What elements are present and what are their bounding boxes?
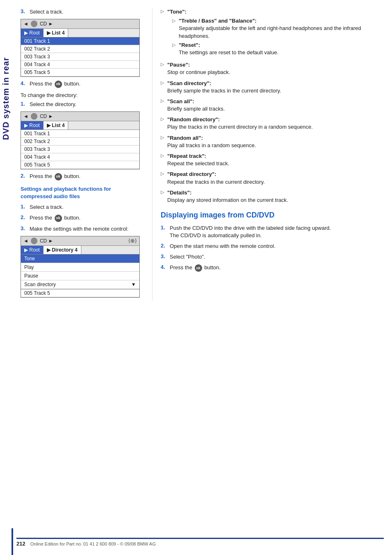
step-1-change-dir: 1. Select the directory.	[21, 101, 144, 108]
change-dir-heading: To change the directory:	[21, 92, 144, 98]
footer-text: Online Edition for Part no. 01 41 2 600 …	[30, 541, 156, 546]
step-num-1c: 1.	[21, 204, 28, 210]
ui-nav-bar-1: ▶ Root ▶ List 4	[21, 29, 139, 37]
ui-box-3-header: ◄ CD ► ⟨⊕⟩	[21, 236, 139, 246]
display-step-1: 1. Push the CD/DVD into the drive with t…	[161, 224, 384, 239]
repeat-track-label: "Repeat track":	[167, 153, 206, 159]
step-1-settings: 1. Select a track.	[21, 204, 144, 211]
step-3-text: Select a track.	[30, 8, 63, 16]
track-item-1-5: 005 Track 5	[21, 69, 139, 76]
random-dir-detail: Play the tracks in the current directory…	[167, 124, 313, 130]
cd-label-1: CD ►	[40, 21, 53, 27]
track-list-2: 001 Track 1 002 Track 2 003 Track 3 004 …	[21, 130, 139, 169]
scan-dir-content: "Scan directory": Briefly sample the tra…	[167, 80, 281, 95]
cd-label-3: CD ►	[40, 238, 53, 244]
step-4: 4. Press the ok button.	[21, 80, 144, 88]
track-item-1-3: 003 Track 3	[21, 53, 139, 61]
menu-scan-dir-label: Scan directory	[24, 282, 56, 287]
step-num-3: 3.	[21, 8, 28, 14]
bullet-repeat-track: ▷ "Repeat track": Repeat the selected tr…	[161, 153, 384, 167]
cd-icon-2	[31, 113, 37, 120]
track-item-1-1: 001 Track 1	[21, 37, 139, 45]
bottom-track-3: 005 Track 5	[21, 289, 139, 297]
settings-icon: ⟨⊕⟩	[128, 238, 137, 244]
step-3-select-track: 3. Select a track.	[21, 8, 144, 16]
display-step-2-text: Open the start menu with the remote cont…	[170, 243, 275, 250]
treble-label: "Treble / Bass" and "Balance":	[179, 18, 256, 24]
step-2-settings: 2. Press the ok button.	[21, 214, 144, 222]
arrow-pause: ▷	[161, 62, 165, 67]
bullet-random-dir: ▷ "Random directory": Play the tracks in…	[161, 116, 384, 131]
bullet-scan-dir: ▷ "Scan directory": Briefly sample the t…	[161, 80, 384, 95]
bullet-details: ▷ "Details": Display any stored informat…	[161, 189, 384, 204]
ui-box-2: ◄ CD ► ▶ Root ▶ List 4 001 Track 1 002 T…	[21, 111, 140, 169]
display-step-num-2: 2.	[161, 243, 168, 249]
display-step-3: 3. Select "Photo".	[161, 253, 384, 261]
side-label: DVD system in rear	[0, 33, 12, 164]
header-left-arrow-2: ◄	[23, 113, 28, 119]
step-2c-text: Press the ok button.	[30, 214, 81, 222]
ui-box-2-header: ◄ CD ►	[21, 112, 139, 121]
step-num-3c: 3.	[21, 225, 28, 231]
repeat-track-detail: Repeat the selected track.	[167, 160, 229, 166]
scan-all-content: "Scan all": Briefly sample all tracks.	[167, 98, 225, 113]
arrow-reset: ▷	[172, 42, 176, 48]
bullet-list: ▷ "Tone": ▷ "Treble / Bass" and "Balance…	[161, 8, 384, 204]
ok-button-inline-2: ok	[55, 173, 62, 180]
ui-box-1-header: ◄ CD ►	[21, 19, 139, 29]
ui-nav-bar-3: ▶ Root ▶ Directory 4	[21, 246, 139, 254]
arrow-repeat-dir: ▷	[161, 171, 165, 176]
track-item-2-3: 003 Track 3	[21, 146, 139, 153]
bullet-scan-all: ▷ "Scan all": Briefly sample all tracks.	[161, 98, 384, 113]
display-step-2: 2. Open the start menu with the remote c…	[161, 243, 384, 250]
repeat-dir-content: "Repeat directory": Repeat the tracks in…	[167, 171, 265, 185]
display-step-num-4: 4.	[161, 264, 168, 270]
step-2-press-ok: 2. Press the ok button.	[21, 173, 144, 180]
bullet-random-all: ▷ "Random all": Play all tracks in a ran…	[161, 134, 384, 149]
random-all-label: "Random all":	[167, 135, 203, 141]
random-dir-label: "Random directory":	[167, 116, 220, 123]
random-dir-content: "Random directory": Play the tracks in t…	[167, 116, 313, 131]
step-num-2b: 2.	[21, 173, 28, 179]
display-step-4-text: Press the ok button.	[170, 264, 221, 272]
arrow-tone: ▷	[161, 9, 165, 14]
random-all-content: "Random all": Play all tracks in a rando…	[167, 134, 256, 149]
details-content: "Details": Display any stored informatio…	[167, 189, 288, 204]
step-2b-text: Press the ok button.	[30, 173, 81, 180]
menu-scan-dir: Scan directory ▼	[21, 280, 139, 289]
main-content: 3. Select a track. ◄ CD ► ▶ Root ▶ List …	[16, 0, 392, 309]
track-item-1-2: 002 Track 2	[21, 45, 139, 53]
scan-all-label: "Scan all":	[167, 98, 194, 104]
menu-tone: Tone	[21, 254, 139, 263]
arrow-repeat-track: ▷	[161, 153, 165, 158]
menu-list-3: Tone Play Pause Scan directory ▼	[21, 254, 139, 289]
pause-content: "Pause": Stop or continue playback.	[167, 61, 230, 76]
step-4-text: Press the ok button.	[30, 80, 81, 88]
track-item-1-4: 004 Track 4	[21, 61, 139, 69]
ui-nav-bar-2: ▶ Root ▶ List 4	[21, 121, 139, 130]
left-column: 3. Select a track. ◄ CD ► ▶ Root ▶ List …	[21, 8, 152, 301]
menu-scan-dir-arrow: ▼	[131, 282, 136, 287]
display-step-1-text: Push the CD/DVD into the drive with the …	[170, 224, 331, 239]
bullet-repeat-dir: ▷ "Repeat directory": Repeat the tracks …	[161, 171, 384, 185]
nav-list4-1: ▶ List 4	[44, 29, 69, 37]
arrow-treble: ▷	[172, 18, 176, 24]
treble-detail: Separately adjustable for the left and r…	[179, 25, 361, 39]
arrow-scan-all: ▷	[161, 98, 165, 104]
step-num-4: 4.	[21, 80, 28, 86]
bullet-tone: ▷ "Tone": ▷ "Treble / Bass" and "Balance…	[161, 8, 384, 58]
treble-content: "Treble / Bass" and "Balance": Separatel…	[179, 17, 384, 40]
details-label: "Details":	[167, 190, 191, 196]
repeat-dir-detail: Repeat the tracks in the current directo…	[167, 179, 265, 185]
repeat-track-content: "Repeat track": Repeat the selected trac…	[167, 153, 229, 167]
reset-content: "Reset": The settings are reset to the d…	[179, 42, 279, 56]
bullet-pause: ▷ "Pause": Stop or continue playback.	[161, 61, 384, 76]
nav-root-3: ▶ Root	[21, 246, 44, 254]
nav-root-2: ▶ Root	[21, 121, 44, 130]
repeat-dir-label: "Repeat directory":	[167, 171, 216, 177]
step-3-settings: 3. Make the settings with the remote con…	[21, 225, 144, 233]
step-1b-text: Select the directory.	[30, 101, 76, 108]
ok-button-inline-4: ok	[195, 264, 202, 272]
scan-dir-label: "Scan directory":	[167, 80, 211, 86]
pause-detail: Stop or continue playback.	[167, 69, 230, 75]
